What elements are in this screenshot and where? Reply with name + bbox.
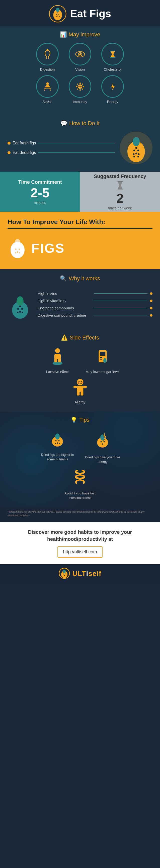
why-dot-2	[150, 300, 153, 302]
warning-icon: ⚠️	[61, 335, 68, 341]
why-dot-3	[150, 307, 153, 309]
svg-point-82	[59, 443, 60, 444]
svg-point-24	[77, 84, 78, 85]
svg-point-32	[137, 150, 139, 151]
svg-point-43	[15, 248, 17, 250]
svg-point-31	[133, 150, 135, 151]
svg-point-68	[81, 381, 82, 382]
svg-rect-65	[100, 359, 102, 360]
svg-point-25	[82, 84, 83, 85]
svg-point-70	[81, 382, 82, 383]
side-effect-allergy: Allergy	[62, 378, 98, 404]
why-dot-4	[150, 314, 153, 317]
tips-section: 💡 Tips Dried figs are higher in some nut…	[0, 412, 160, 508]
why-item-4: Digestive compound: cradine	[38, 313, 153, 317]
why-text-4: Digestive compound: cradine	[38, 313, 91, 317]
svg-point-45	[17, 251, 18, 253]
header: Eat Figs	[0, 0, 160, 26]
tip-2-label: Dried figs give you more energy	[83, 455, 123, 464]
improve-item-vision: Vision	[66, 43, 94, 71]
digestion-icon-circle	[36, 43, 59, 65]
improve-banner: How To Improve Your Life With: FIGS	[0, 212, 160, 269]
improve-item-energy: Energy	[99, 75, 126, 104]
svg-point-81	[55, 443, 56, 444]
svg-point-18	[79, 83, 81, 84]
side-effects-title: ⚠️ Side Effects	[7, 335, 153, 341]
svg-point-35	[138, 153, 140, 155]
svg-point-69	[77, 382, 78, 383]
svg-point-33	[135, 153, 137, 154]
step-line-2	[38, 152, 115, 153]
svg-point-16	[46, 82, 49, 85]
svg-point-92	[63, 574, 64, 575]
svg-point-51	[21, 308, 23, 310]
improve-item-cholesterol: Cholesterol	[99, 43, 126, 71]
svg-rect-40	[117, 189, 123, 190]
discover-link[interactable]: http://ultiself.com	[57, 546, 102, 558]
improve-fig-row: FIGS	[7, 234, 153, 263]
tip-1-icon	[50, 430, 65, 450]
svg-point-5	[57, 16, 58, 17]
footer-brand-text: ULTiself	[72, 570, 102, 578]
why-line-2	[94, 301, 148, 301]
discover-section: Discover more good habits to improve you…	[0, 522, 160, 564]
why-text-3: Energetic compounds	[38, 306, 91, 310]
page-title: Eat Figs	[70, 8, 111, 20]
improve-banner-title: How To Improve Your Life With:	[7, 218, 153, 226]
svg-point-50	[17, 308, 19, 310]
svg-point-66	[77, 379, 83, 385]
why-item-1: High in zinc	[38, 291, 153, 296]
svg-rect-14	[110, 51, 115, 52]
allergy-label: Allergy	[75, 400, 86, 404]
laxative-label: Laxative effect	[46, 370, 69, 374]
svg-point-6	[56, 16, 57, 17]
svg-point-21	[83, 86, 84, 87]
suggested-frequency-value: 2	[116, 192, 124, 205]
svg-point-78	[56, 440, 57, 441]
svg-point-47	[19, 252, 20, 253]
step-dot-1	[7, 142, 10, 145]
may-improve-section: 📊 May improve Digestion	[0, 26, 160, 115]
why-text-2: High in vitamin C	[38, 299, 91, 303]
bulb-icon: 💡	[70, 417, 77, 423]
why-item-2: High in vitamin C	[38, 299, 153, 303]
stress-icon-circle	[36, 75, 59, 98]
tip-item-3: Avoid if you have fast intestinal transi…	[60, 468, 100, 500]
tip-3-label: Avoid if you have fast intestinal transi…	[60, 491, 100, 500]
disclaimer-text: * Ultiself does not provide medical advi…	[7, 510, 153, 517]
tip-item-1: Dried figs are higher in some nutrients	[37, 430, 77, 464]
how-to-fig-icon	[120, 132, 153, 164]
why-text-1: High in zinc	[38, 291, 91, 296]
svg-point-52	[19, 311, 21, 313]
sugar-icon	[93, 347, 113, 367]
svg-point-26	[77, 89, 78, 90]
svg-rect-15	[110, 57, 115, 58]
svg-rect-72	[77, 391, 79, 395]
step-line-1	[38, 143, 115, 144]
footer-logo-icon	[59, 568, 70, 580]
svg-point-44	[19, 248, 20, 250]
side-effect-sugar: May lower sugar level	[85, 347, 120, 374]
cholesterol-icon-circle	[101, 43, 124, 65]
cholesterol-label: Cholesterol	[104, 67, 122, 71]
laxative-icon	[47, 347, 67, 367]
why-it-works-section: 🔍 Why it works High in zinc High	[0, 269, 160, 330]
improve-item-immunity: Immunity	[66, 75, 94, 104]
tip-3-icon	[72, 468, 88, 489]
svg-point-53	[17, 312, 19, 313]
vision-label: Vision	[75, 67, 85, 71]
svg-point-86	[103, 441, 105, 442]
svg-point-34	[133, 153, 135, 155]
svg-point-9	[46, 49, 48, 51]
svg-point-30	[133, 137, 140, 146]
may-improve-row-1: Digestion Vision	[7, 43, 153, 71]
why-item-3: Energetic compounds	[38, 306, 153, 310]
search-icon: 🔍	[60, 275, 67, 282]
svg-point-37	[133, 156, 135, 157]
header-fig-icon	[49, 5, 66, 23]
how-to-item-2: Eat dried figs	[7, 150, 115, 155]
svg-point-27	[82, 89, 83, 90]
svg-point-19	[79, 89, 81, 91]
svg-rect-74	[73, 386, 77, 388]
vision-icon-circle	[69, 43, 91, 65]
